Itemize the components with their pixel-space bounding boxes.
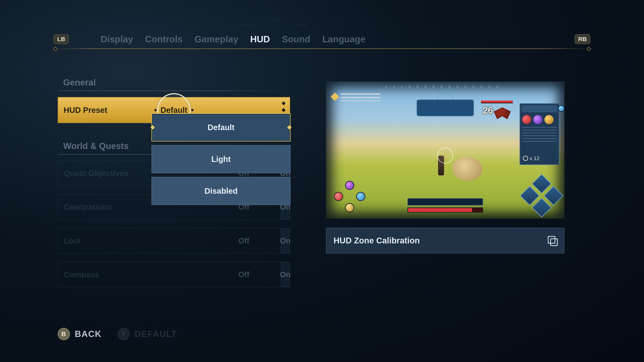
preview-location-label [408,198,483,205]
tab-language[interactable]: Language [322,34,365,44]
row-loot[interactable]: Loot Off On [58,228,290,254]
tab-gameplay[interactable]: Gameplay [194,34,238,44]
tab-display[interactable]: Display [100,34,133,44]
preview-quest-tracker [332,93,384,103]
back-label: BACK [75,329,102,339]
toggle-off[interactable]: Off [207,262,281,287]
dropdown-option-disabled[interactable]: Disabled [152,177,290,205]
tab-controls[interactable]: Controls [145,34,183,44]
back-button[interactable]: B BACK [58,328,102,340]
row-label: HUD Preset [64,106,107,115]
preview-reticle [437,148,453,164]
preview-abilities [523,177,560,215]
row-compass[interactable]: Compass Off On [58,262,290,287]
toggle-on[interactable]: On [281,262,290,287]
row-label: Loot [64,236,81,245]
preview-column: 26 x 12 HUD Zone Calibration [326,81,564,254]
b-button-icon: B [58,328,70,340]
dropdown-option-label: Light [211,155,231,164]
y-button-icon: Y [118,328,130,340]
toggle-on[interactable]: On [281,229,290,253]
section-underline [58,91,290,91]
default-button[interactable]: Y DEFAULT [118,328,177,340]
settings-list: General HUD Preset Default Default Light… [58,77,290,296]
footer-hints: B BACK Y DEFAULT [58,328,177,340]
row-label: Quest Objectives [64,169,128,178]
header-divider [54,48,590,49]
preview-compass [386,85,505,88]
preview-region-banner [416,99,474,116]
tab-sound[interactable]: Sound [282,34,310,44]
preview-player-hp [408,207,483,213]
tab-hud[interactable]: HUD [250,34,270,44]
preview-rock [452,157,482,181]
default-label: DEFAULT [134,329,177,339]
dropdown-option-label: Disabled [204,187,238,196]
hud-zone-label: HUD Zone Calibration [334,236,420,245]
preview-loot-count: x 12 [523,155,540,162]
bumper-rb[interactable]: RB [575,34,590,44]
bumper-lb[interactable]: LB [54,34,69,44]
section-title-general: General [63,77,290,87]
header-ornament [254,22,294,29]
dropdown-option-label: Default [208,123,234,132]
preview-inventory-card: x 12 [520,103,559,165]
preview-damage-number: 26 [483,105,493,116]
preview-enemy-icon [494,107,511,119]
dropdown-option-light[interactable]: Light [152,145,290,173]
hud-preview: 26 x 12 [326,81,564,219]
tabs-row: LB Display Controls Gameplay HUD Sound L… [54,34,590,44]
hud-zone-calibration-button[interactable]: HUD Zone Calibration [326,228,564,254]
row-label: Celebrations [64,203,112,212]
row-label: Compass [64,270,100,279]
dropdown-option-default[interactable]: Default [152,113,290,141]
preview-dpad-potions [334,181,366,213]
calibration-icon [548,236,557,245]
toggle-off[interactable]: Off [207,229,281,253]
hud-preset-dropdown: Default Light Disabled [152,113,290,209]
preview-bottom-bars [408,198,483,213]
preview-enemy-hp [481,100,513,103]
